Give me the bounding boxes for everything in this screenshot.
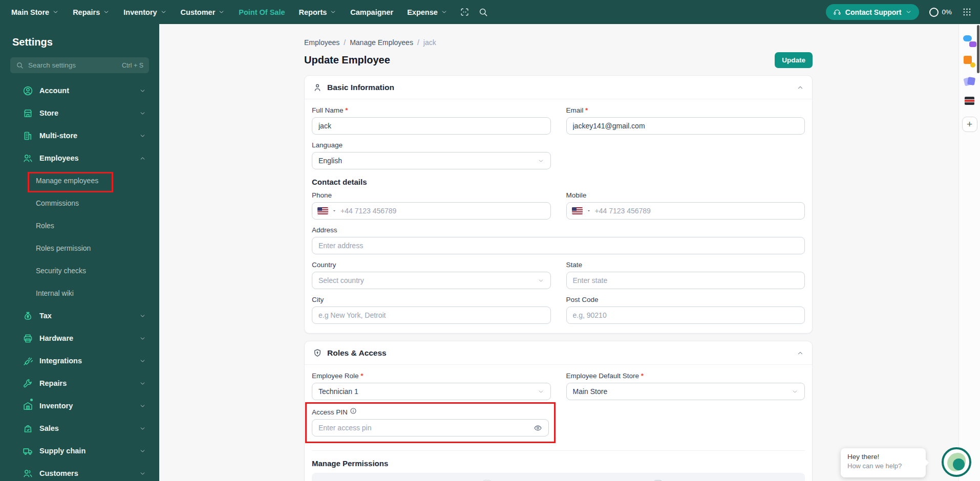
sidebar-item-repairs[interactable]: Repairs (0, 372, 159, 395)
chat-greeting: Hey there! (847, 453, 919, 461)
sidebar-subitem-roles[interactable]: Roles (0, 214, 159, 237)
nav-menu: Main Store Repairs Inventory Customer Po… (11, 8, 448, 16)
language-select[interactable]: English (312, 152, 551, 169)
contact-support-button[interactable]: Contact Support (826, 4, 920, 20)
nav-item-repairs[interactable]: Repairs (73, 8, 110, 16)
contact-details-heading: Contact details (312, 178, 805, 186)
info-icon[interactable] (350, 407, 357, 414)
chat-bubbles-extension-icon[interactable] (963, 35, 976, 47)
manage-permissions-heading: Manage Permissions (312, 459, 805, 468)
full-name-input[interactable] (312, 117, 551, 135)
section-title: Basic Information (327, 83, 394, 92)
settings-sidebar: Settings Search settings Ctrl + S Accoun… (0, 24, 159, 481)
mobile-input[interactable] (595, 207, 799, 215)
tasks-extension-icon[interactable] (964, 56, 976, 68)
sidebar-item-supply-chain[interactable]: Supply chain (0, 440, 159, 462)
search-shortcut: Ctrl + S (122, 62, 143, 69)
post-code-label: Post Code (566, 296, 599, 303)
notes-extension-icon[interactable] (964, 76, 976, 88)
access-pin-input[interactable] (318, 424, 534, 432)
employees-icon (23, 153, 33, 164)
sidebar-subitem-commissions[interactable]: Commissions (0, 192, 159, 214)
browser-extensions-strip: + (958, 24, 980, 481)
roles-access-card: Roles & Access Employee Role Technician … (304, 341, 813, 481)
chevron-down-icon (538, 158, 544, 164)
store-icon (23, 108, 33, 119)
caret-down-icon[interactable] (586, 208, 591, 213)
breadcrumb-separator: / (344, 38, 346, 47)
breadcrumb-manage-employees[interactable]: Manage Employees (350, 38, 413, 47)
sidebar-item-employees[interactable]: Employees (0, 147, 159, 169)
nav-item-campaigner[interactable]: Campaigner (350, 8, 393, 16)
search-icon[interactable] (478, 7, 488, 17)
sidebar-item-multi-store[interactable]: Multi-store (0, 124, 159, 147)
main-content: Employees / Manage Employees / jack Upda… (159, 24, 958, 481)
nav-item-reports[interactable]: Reports (299, 8, 337, 16)
collapse-chevron-up-icon[interactable] (797, 84, 804, 91)
breadcrumb-current: jack (423, 38, 436, 47)
caret-down-icon[interactable] (332, 208, 337, 213)
nav-item-inventory[interactable]: Inventory (123, 8, 166, 16)
collapse-chevron-up-icon[interactable] (797, 349, 804, 357)
update-button[interactable]: Update (775, 52, 813, 68)
nav-item-main-store[interactable]: Main Store (11, 8, 59, 16)
progress-ring-icon (929, 8, 939, 17)
scan-icon[interactable] (460, 7, 470, 17)
sidebar-item-hardware[interactable]: Hardware (0, 327, 159, 349)
city-label: City (312, 296, 324, 303)
phone-input-group (312, 202, 551, 220)
email-input[interactable] (566, 117, 805, 135)
apps-grid-icon[interactable] (962, 7, 972, 17)
settings-search-input[interactable]: Search settings Ctrl + S (10, 57, 149, 73)
bookmarks-extension-icon[interactable] (965, 97, 974, 105)
chevron-icon (139, 470, 146, 477)
address-input[interactable] (312, 237, 805, 254)
chat-greeting-bubble[interactable]: Hey there! How can we help? (841, 448, 926, 477)
hardware-icon (23, 333, 33, 344)
person-icon (313, 83, 322, 92)
sidebar-subitem-roles-permission[interactable]: Roles permission (0, 237, 159, 259)
tax-icon (23, 311, 33, 321)
breadcrumb-employees[interactable]: Employees (304, 38, 339, 47)
sidebar-item-customers[interactable]: Customers (0, 462, 159, 481)
phone-input[interactable] (340, 207, 544, 215)
add-extension-button[interactable]: + (962, 117, 977, 132)
sidebar-item-integrations[interactable]: Integrations (0, 349, 159, 372)
sidebar-item-store[interactable]: Store (0, 102, 159, 124)
eye-icon[interactable] (534, 424, 542, 432)
sidebar-subitem-manage-employees[interactable]: Manage employees (0, 169, 159, 192)
sidebar-subitem-security-checks[interactable]: Security checks (0, 259, 159, 282)
scrollbar-thumb[interactable] (977, 25, 979, 73)
post-code-input[interactable] (566, 307, 805, 324)
default-store-select[interactable]: Main Store (566, 383, 805, 400)
search-placeholder: Search settings (28, 61, 76, 69)
country-select[interactable]: Select country (312, 272, 551, 289)
notification-dot (30, 399, 33, 401)
nav-item-point-of-sale[interactable]: Point Of Sale (239, 8, 285, 16)
nav-item-customer[interactable]: Customer (181, 8, 225, 16)
sidebar-subitem-internal-wiki[interactable]: Internal wiki (0, 282, 159, 304)
sales-icon (23, 423, 33, 434)
state-input[interactable] (566, 272, 805, 289)
breadcrumb-separator: / (417, 38, 419, 47)
sidebar-item-tax[interactable]: Tax (0, 304, 159, 327)
us-flag-icon[interactable] (317, 207, 328, 214)
basic-information-card: Basic Information Full Name Email (304, 75, 813, 334)
account-icon (23, 85, 33, 96)
city-input[interactable] (312, 307, 551, 324)
chevron-icon (139, 133, 146, 139)
sidebar-item-sales[interactable]: Sales (0, 417, 159, 440)
progress-value: 0% (942, 8, 952, 16)
progress-indicator[interactable]: 0% (929, 8, 952, 17)
chevron-down-icon (52, 9, 59, 15)
page-title: Update Employee (304, 54, 390, 66)
us-flag-icon[interactable] (572, 207, 583, 214)
employee-role-select[interactable]: Technician 1 (312, 383, 551, 400)
nav-item-expense[interactable]: Expense (407, 8, 448, 16)
chat-launcher-button[interactable] (942, 447, 971, 477)
sidebar-item-inventory[interactable]: Inventory (0, 395, 159, 417)
state-label: State (566, 261, 583, 269)
sidebar-item-account[interactable]: Account (0, 79, 159, 102)
section-title: Roles & Access (327, 348, 387, 358)
navbar-right: Contact Support 0% (826, 4, 972, 20)
